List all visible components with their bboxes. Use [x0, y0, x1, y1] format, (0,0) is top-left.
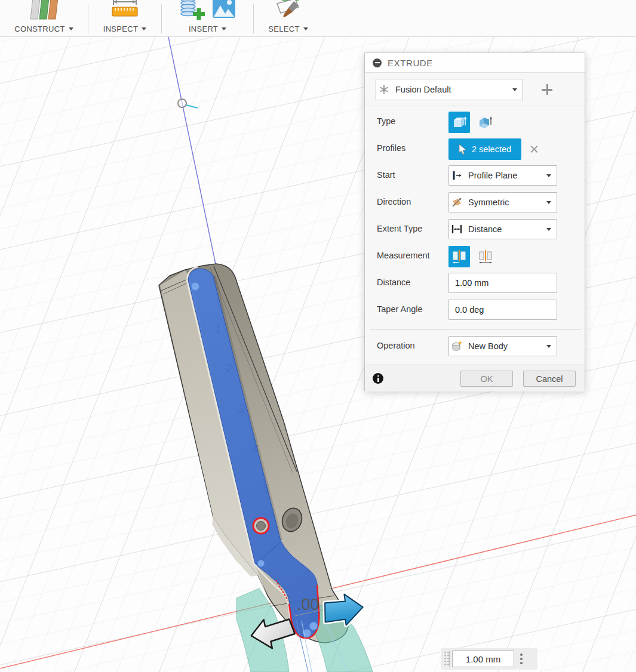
plus-icon [542, 84, 552, 95]
direction-select[interactable]: Symmetric [448, 192, 557, 212]
symmetric-icon [449, 196, 465, 208]
operation-label: Operation [377, 341, 415, 350]
type-label: Type [377, 116, 395, 126]
measurement-whole-icon [478, 249, 493, 264]
ok-button[interactable]: OK [460, 371, 513, 387]
add-preset-button[interactable] [537, 80, 557, 99]
direction-label: Direction [377, 197, 411, 206]
caret-down-icon [546, 345, 551, 348]
dialog-title: EXTRUDE [388, 58, 433, 68]
profiles-row: Profiles 2 selected [365, 136, 585, 163]
main-toolbar: CONSTRUCT INSPECT [0, 0, 636, 37]
measurement-half-icon [451, 249, 467, 264]
preset-value: Fusion Default [392, 85, 512, 94]
caret-down-icon [69, 27, 73, 30]
drag-handle[interactable] [444, 651, 450, 667]
extrude-type-thin-button[interactable] [475, 112, 496, 133]
profile-plane-icon [449, 169, 465, 181]
extrude-dialog: EXTRUDE Fusion Default Type [364, 53, 585, 391]
taper-angle-label: Taper Angle [377, 304, 423, 314]
measurement-whole-button[interactable] [475, 246, 496, 267]
type-row: Type [365, 109, 585, 136]
toolbar-group-insert[interactable]: INSERT [162, 0, 253, 37]
toolbar-group-label: SELECT [268, 24, 299, 33]
toolbar-group-inspect[interactable]: INSPECT [88, 0, 161, 37]
toolbar-group-select[interactable]: SELECT [254, 0, 322, 37]
caret-down-icon [512, 88, 517, 91]
dialog-header[interactable]: EXTRUDE [365, 53, 585, 73]
toolbar-group-label: CONSTRUCT [14, 24, 64, 33]
distance-label: Distance [377, 278, 410, 287]
kebab-menu-icon[interactable] [520, 653, 523, 664]
distance-input[interactable]: 1.00 mm [448, 273, 557, 293]
cursor-icon [459, 144, 468, 155]
profiles-selection-chip[interactable]: 2 selected [448, 138, 521, 160]
dialog-separator [370, 329, 581, 329]
caret-down-icon [303, 27, 308, 30]
toolbar-group-construct[interactable]: CONSTRUCT [0, 0, 88, 37]
toolbar-group-label: INSERT [189, 24, 218, 33]
measurement-label: Measurement [377, 251, 430, 260]
start-select[interactable]: Profile Plane [448, 165, 557, 186]
measurement-row: Measurement [365, 243, 585, 270]
dialog-footer: OK Cancel [365, 365, 585, 392]
clear-selection-icon[interactable] [530, 144, 539, 153]
profiles-value: 2 selected [472, 144, 511, 154]
preset-row: Fusion Default [365, 73, 585, 106]
manipulator-toolbar [441, 648, 537, 670]
toolbar-group-label: INSPECT [103, 24, 138, 33]
cancel-button[interactable]: Cancel [523, 371, 576, 387]
distance-mini-input[interactable] [452, 651, 514, 667]
distance-row: Distance 1.00 mm [365, 270, 585, 297]
start-value: Profile Plane [465, 171, 546, 180]
preset-asterisk-icon [376, 85, 392, 94]
info-icon[interactable] [373, 373, 383, 384]
measurement-half-button[interactable] [448, 246, 470, 267]
start-label: Start [377, 170, 395, 180]
canvas-image-icon[interactable] [212, 0, 236, 19]
caret-down-icon [222, 27, 226, 30]
construct-icon[interactable] [29, 0, 59, 20]
distance-value: 1.00 mm [455, 278, 488, 288]
extent-type-value: Distance [465, 224, 546, 234]
caret-down-icon [142, 27, 146, 30]
collapse-icon[interactable] [373, 58, 382, 67]
direction-value: Symmetric [465, 198, 546, 207]
start-row: Start Profile Plane [365, 163, 585, 190]
extent-type-row: Extent Type Distance [365, 217, 585, 243]
sketch-point-circle[interactable] [178, 99, 186, 107]
caret-down-icon [546, 174, 551, 177]
select-icon[interactable] [275, 0, 302, 20]
operation-row: Operation New Body [365, 334, 585, 360]
extrude-solid-icon [451, 115, 467, 130]
extrude-thin-icon [478, 115, 493, 130]
distance-extent-icon [449, 223, 465, 235]
direction-row: Direction Symmetric [365, 190, 585, 217]
taper-angle-input[interactable]: 0.0 deg [448, 300, 557, 320]
extent-type-select[interactable]: Distance [448, 219, 557, 239]
operation-value: New Body [465, 341, 546, 351]
inspect-icon[interactable] [111, 0, 139, 20]
caret-down-icon [546, 228, 551, 231]
new-body-icon [449, 340, 465, 352]
dimension-label: .00 [297, 596, 319, 614]
profiles-label: Profiles [377, 143, 405, 153]
taper-angle-row: Taper Angle 0.0 deg [365, 297, 585, 324]
taper-angle-value: 0.0 deg [455, 305, 484, 315]
operation-select[interactable]: New Body [448, 336, 557, 356]
extrude-type-solid-button[interactable] [448, 112, 470, 133]
app-window: 1 2 3 4 5 .00 [0, 0, 636, 672]
caret-down-icon [546, 201, 551, 204]
preset-select[interactable]: Fusion Default [376, 79, 523, 100]
insert-derive-icon[interactable] [180, 0, 206, 21]
extent-type-label: Extent Type [377, 224, 422, 233]
